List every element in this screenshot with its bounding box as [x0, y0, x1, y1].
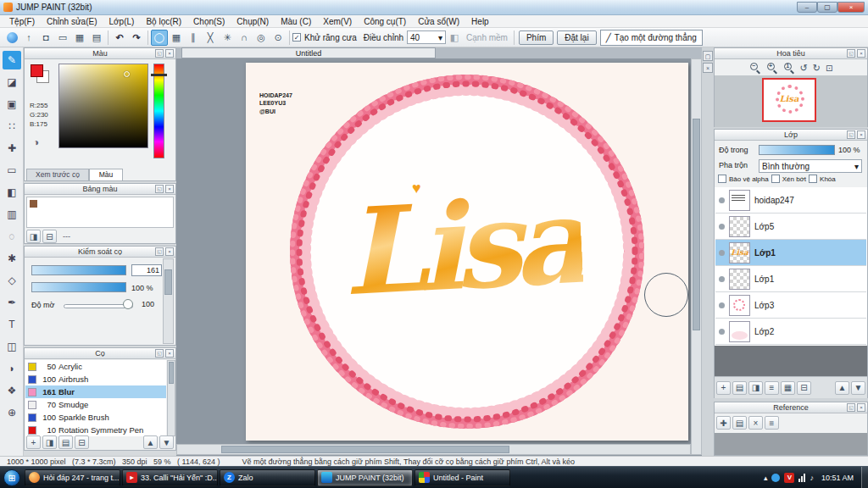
layer-visible-icon[interactable]	[719, 276, 725, 282]
lasso-tool[interactable]: ◌	[3, 227, 21, 246]
taskbar-button-browser[interactable]: Hỏi đáp 247 - trang t...	[25, 469, 120, 486]
hue-indicator[interactable]	[151, 74, 167, 76]
hue-bar[interactable]	[153, 64, 164, 158]
canvas-hscrollbar[interactable]	[176, 444, 691, 455]
panel-float-icon[interactable]: ◱	[155, 49, 164, 58]
panel-float-icon[interactable]: ◱	[847, 130, 855, 139]
brush-item[interactable]: 50 Acrylic	[25, 360, 166, 373]
tab-color[interactable]: Màu	[89, 169, 123, 180]
snap-circle-icon[interactable]: ◯	[151, 30, 168, 46]
brush-tool[interactable]: ✎	[3, 51, 21, 69]
brush-control-scrollbar[interactable]	[163, 258, 174, 344]
layer-row-selected[interactable]: Lisa Lớp1	[715, 240, 866, 266]
snap-radial-icon[interactable]: ✳	[219, 30, 236, 46]
snap-curve-icon[interactable]: ∩	[236, 30, 253, 46]
scrollbar-thumb[interactable]	[693, 119, 700, 330]
move-layer-down-icon[interactable]: ▼	[851, 381, 865, 395]
layer-visible-icon[interactable]	[719, 250, 725, 256]
brush-up-icon[interactable]: ▲	[143, 435, 158, 449]
close-button[interactable]: ×	[837, 2, 865, 13]
menu-window[interactable]: Cửa sổ(W)	[412, 17, 465, 26]
color-picker-cursor[interactable]	[124, 71, 130, 77]
menu-select[interactable]: Chọn(S)	[187, 17, 231, 26]
brush-item[interactable]: 100 Airbrush	[25, 373, 166, 385]
brush-opacity-slider[interactable]	[31, 282, 126, 292]
menu-capture[interactable]: Chụp(N)	[231, 17, 275, 26]
text-tool[interactable]: T	[3, 315, 21, 334]
palette-grid[interactable]	[26, 197, 174, 228]
layout-icon[interactable]: ▤	[88, 30, 105, 46]
layer-row[interactable]: Lớp1	[715, 266, 866, 292]
navigator-thumbnail[interactable]: Lisa	[762, 78, 816, 122]
duplicate-brush-icon[interactable]: ◨	[42, 435, 57, 449]
duplicate-layer-icon[interactable]: ◨	[748, 381, 763, 395]
start-button[interactable]: ⊞	[3, 469, 20, 486]
dock-close-icon[interactable]: ×	[703, 63, 713, 73]
maximize-button[interactable]: ▢	[817, 2, 837, 13]
panel-float-icon[interactable]: ◱	[155, 349, 164, 358]
pen-tool[interactable]: ✒	[3, 293, 21, 312]
stamp-tool[interactable]: ▣	[3, 95, 21, 114]
taskbar-button-zalo[interactable]: Z Zalo	[220, 469, 315, 486]
panel-close-icon[interactable]: ×	[165, 49, 174, 58]
upload-icon[interactable]: ↑	[20, 30, 37, 46]
snap-vanish-icon[interactable]: ⊙	[270, 30, 287, 46]
layer-visible-icon[interactable]	[719, 302, 725, 308]
zoom-reset-icon[interactable]: 1	[783, 62, 795, 74]
reference-clear-icon[interactable]: ×	[748, 416, 763, 430]
delete-brush-icon[interactable]: ⊟	[75, 435, 89, 449]
brush-size-value[interactable]: 161	[131, 264, 162, 276]
tray-expand-icon[interactable]: ▴	[764, 474, 768, 482]
panel-float-icon[interactable]: ◱	[155, 185, 164, 193]
cloud-icon[interactable]	[3, 30, 20, 46]
scrollbar-thumb[interactable]	[164, 269, 172, 295]
material-icon[interactable]: ▦	[71, 30, 88, 46]
taskbar-button-video[interactable]: ▸ 33. Calli "Hải Yến" :D...	[122, 469, 218, 486]
palette-swatch[interactable]	[30, 200, 37, 208]
brush-folder-icon[interactable]: ▤	[58, 435, 73, 449]
panel-close-icon[interactable]: ×	[165, 185, 174, 193]
taskbar-button-paint[interactable]: Untitled - Paint	[415, 469, 510, 486]
key-button[interactable]: Phím	[519, 30, 554, 45]
menu-edit[interactable]: Chỉnh sửa(E)	[41, 17, 103, 26]
layer-opacity-slider[interactable]	[759, 145, 835, 155]
layer-row[interactable]: hoidap247	[715, 187, 866, 214]
fit-view-icon[interactable]: ⊡	[826, 64, 832, 73]
monitor-icon[interactable]: ▭	[54, 30, 71, 46]
divide-tool[interactable]: ◫	[3, 337, 21, 356]
move-layer-up-icon[interactable]: ▲	[835, 381, 849, 395]
brush-item[interactable]: 100 Sparkle Brush	[25, 411, 166, 424]
zoom-tool[interactable]: ⊕	[3, 403, 21, 422]
snap-grid-icon[interactable]: ▦	[168, 30, 185, 46]
scrollbar-thumb[interactable]	[169, 362, 174, 384]
zoom-out-icon[interactable]: −	[749, 62, 761, 74]
layer-folder-icon[interactable]: ▤	[732, 381, 747, 395]
menu-filter[interactable]: Bộ lọc(R)	[140, 17, 187, 26]
comment-icon[interactable]: ◘	[37, 30, 54, 46]
document-tab[interactable]: Untitled	[181, 47, 436, 58]
eraser-tool[interactable]: ◪	[3, 73, 21, 92]
menu-help[interactable]: Help	[465, 17, 495, 26]
panel-close-icon[interactable]: ×	[857, 49, 865, 58]
clock[interactable]: 10:51 AM	[818, 474, 857, 482]
undo-icon[interactable]: ↶	[111, 30, 128, 46]
fill-tool[interactable]: ◧	[3, 183, 21, 202]
brush-size-slider[interactable]	[31, 265, 126, 275]
layer-row[interactable]: Lớp3	[715, 292, 866, 319]
gradient-tool[interactable]: ▥	[3, 205, 21, 224]
taskbar-button-jumppaint[interactable]: JUMP PAINT (32bit)	[317, 469, 413, 486]
layer-row[interactable]: Lớp2	[715, 319, 866, 345]
adjust-select[interactable]: 40 ▾	[407, 30, 446, 44]
menu-file[interactable]: Tệp(F)	[3, 17, 41, 26]
canvas-vscrollbar[interactable]	[691, 58, 702, 455]
reference-menu-icon[interactable]: ≡	[765, 416, 779, 430]
saturation-value-picker[interactable]	[58, 64, 148, 148]
wand-tool[interactable]: ✱	[3, 249, 21, 268]
clipping-checkbox[interactable]	[771, 175, 780, 183]
scrollbar-thumb[interactable]	[221, 446, 509, 453]
hand-tool[interactable]: ❖	[3, 381, 21, 400]
layer-grid-icon[interactable]: ▦	[781, 381, 795, 395]
tray-app-icon[interactable]	[771, 474, 780, 482]
reset-button[interactable]: Đặt lại	[557, 30, 596, 45]
brush-list-scrollbar[interactable]	[167, 360, 175, 436]
